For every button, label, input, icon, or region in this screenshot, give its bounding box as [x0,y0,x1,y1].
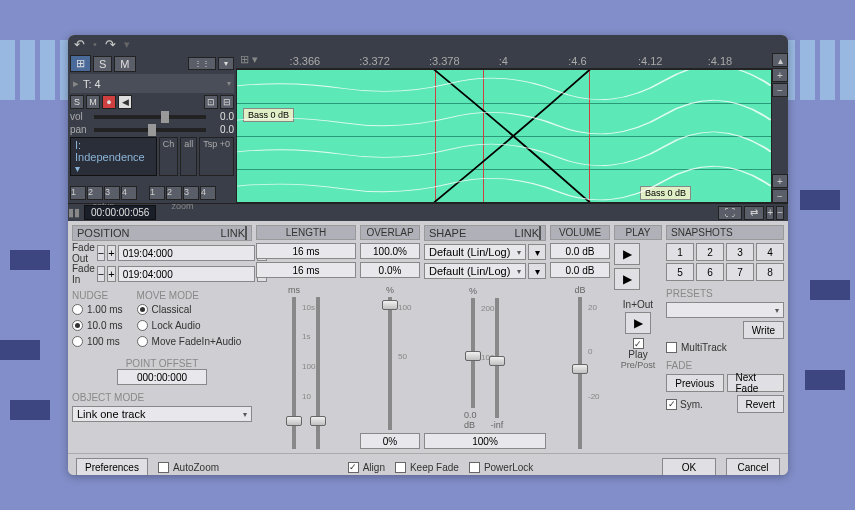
volume-val2[interactable]: 0.0 dB [550,262,610,278]
menu-icon[interactable]: ⋮⋮ [188,57,216,70]
grid-icon[interactable]: ⊞ [70,55,91,72]
shape-dd1[interactable]: Default (Lin/Log)▾ [424,244,526,260]
snapshot-6[interactable]: 6 [696,263,724,281]
track-record[interactable]: ● [102,95,116,109]
play-inout-button[interactable]: ▶ [625,312,651,334]
track-opt2[interactable]: ⊟ [220,95,234,109]
nudge-100ms[interactable] [72,336,83,347]
length-val2[interactable]: 16 ms [256,262,356,278]
presets-dropdown[interactable]: ▾ [666,302,784,318]
length-slider-2[interactable] [316,297,320,449]
nudge-10ms[interactable] [72,320,83,331]
tsp-box[interactable]: Tsp +0 [199,137,234,176]
movemode-label: MOVE MODE [137,290,242,301]
snapshot-1[interactable]: 1 [666,243,694,261]
solo-global[interactable]: S [93,56,112,72]
snapshot-3[interactable]: 3 [726,243,754,261]
mute-global[interactable]: M [114,56,135,72]
all-box[interactable]: all [180,137,197,176]
volume-val1[interactable]: 0.0 dB [550,243,610,259]
revert-button[interactable]: Revert [737,395,784,413]
undo-button[interactable]: ↶ [74,37,85,52]
nextfade-button[interactable]: Next Fade [727,374,785,392]
shape-pct[interactable]: 100% [424,433,546,449]
align-check[interactable] [348,462,359,473]
bar-minus[interactable]: − [776,206,784,220]
overlap-val1[interactable]: 100.0% [360,243,420,259]
wave-minus1[interactable]: − [772,83,788,97]
preset-combo[interactable]: I: Independence ▾ [70,137,157,176]
previous-button[interactable]: Previous [666,374,724,392]
fadein-plus[interactable]: + [107,266,115,282]
zoom-1[interactable]: 1 [149,186,165,200]
overlap-slider[interactable]: 100 50 [388,297,392,430]
fadeout-minus[interactable]: − [97,245,105,261]
waveform-canvas[interactable]: Bass 0 dB Bass 0 dB [236,69,772,203]
shape-link-toggle[interactable] [539,226,541,240]
movemode-classical[interactable] [137,304,148,315]
fadeout-input[interactable] [118,245,255,261]
track-mute[interactable]: M [86,95,100,109]
bar-plus[interactable]: + [766,206,774,220]
cancel-button[interactable]: Cancel [726,458,780,475]
wave-minus2[interactable]: − [772,189,788,203]
shape-slider-1[interactable]: 200 100 [471,298,475,408]
redo-button[interactable]: ↷ [105,37,116,52]
sym-check[interactable] [666,399,677,410]
track-monitor[interactable]: ◀ [118,95,132,109]
movemode-movefadein[interactable] [137,336,148,347]
fit-button[interactable]: ⛶ [718,206,742,220]
preferences-button[interactable]: Preferences [76,458,148,475]
time-ruler[interactable]: ⊞ ▾ :3.366 :3.372 :3.378 :4 :4.6 :4.12 :… [236,53,772,69]
volume-slider[interactable]: 20 0 -20 [578,297,582,449]
fadein-input[interactable] [118,266,255,282]
wave-up[interactable]: ▴ [772,53,788,67]
keepfade-check[interactable] [395,462,406,473]
objectmode-dropdown[interactable]: Link one track▾ [72,406,252,422]
nudge-1ms[interactable] [72,304,83,315]
down-icon[interactable]: ▾ [218,57,234,70]
snapshot-4[interactable]: 4 [756,243,784,261]
length-val1[interactable]: 16 ms [256,243,356,259]
setup-1[interactable]: 1 [70,186,86,200]
track-header[interactable]: ▸ T: 4 ▾ [70,74,234,93]
shape-slider-2[interactable] [495,298,499,418]
setup-2[interactable]: 2 [87,186,103,200]
track-opt1[interactable]: ⊡ [204,95,218,109]
fadein-minus[interactable]: − [97,266,105,282]
zoom-2[interactable]: 2 [166,186,182,200]
snapshot-7[interactable]: 7 [726,263,754,281]
write-button[interactable]: Write [743,321,784,339]
shape-dd2[interactable]: Default (Lin/Log)▾ [424,263,526,279]
setup-4[interactable]: 4 [121,186,137,200]
overlap-val2[interactable]: 0.0% [360,262,420,278]
snapshot-2[interactable]: 2 [696,243,724,261]
play-button-1[interactable]: ▶ [614,243,640,265]
pointoffset-input[interactable] [117,369,207,385]
ch-box[interactable]: Ch [159,137,179,176]
overlap-pct[interactable]: 0% [360,433,420,449]
movemode-lockaudio[interactable] [137,320,148,331]
shape-opt2[interactable]: ▾ [528,263,546,279]
pan-slider[interactable] [94,128,206,132]
play-prepost-check[interactable] [633,338,644,349]
snapshot-8[interactable]: 8 [756,263,784,281]
vol-slider[interactable] [94,115,206,119]
play-button-2[interactable]: ▶ [614,268,640,290]
track-solo[interactable]: S [70,95,84,109]
powerlock-check[interactable] [469,462,480,473]
autozoom-check[interactable] [158,462,169,473]
ok-button[interactable]: OK [662,458,716,475]
wave-plus1[interactable]: + [772,68,788,82]
fadeout-plus[interactable]: + [107,245,115,261]
swap-button[interactable]: ⇄ [744,206,764,220]
wave-plus2[interactable]: + [772,174,788,188]
shape-opt1[interactable]: ▾ [528,244,546,260]
multitrack-check[interactable] [666,342,677,353]
setup-3[interactable]: 3 [104,186,120,200]
zoom-3[interactable]: 3 [183,186,199,200]
zoom-4[interactable]: 4 [200,186,216,200]
length-slider-1[interactable]: 10s 1s 100 10 [292,297,296,449]
snapshot-5[interactable]: 5 [666,263,694,281]
position-link-toggle[interactable] [245,226,247,240]
